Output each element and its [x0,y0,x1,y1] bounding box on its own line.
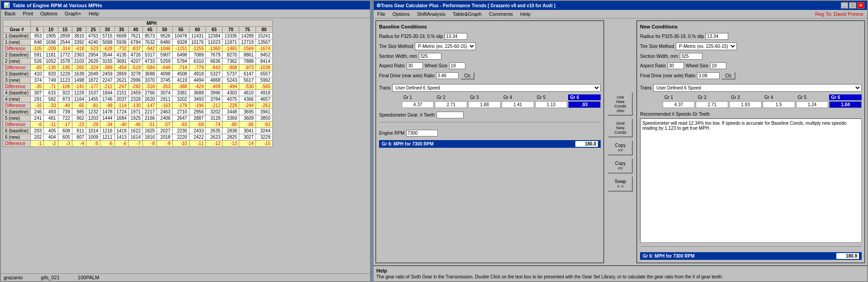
table-cell: 2766 [143,90,157,96]
table-cell: -732 [114,46,128,52]
gear-value-2[interactable]: 1.88 [468,101,501,108]
table-cell: 7621 [128,33,142,39]
new-speedo-label: Recommended # Speedo Gr Teeth [640,112,710,117]
menu-graph[interactable]: Graph+ [63,10,83,17]
baseline-tire-select[interactable]: P-Metric (ex. 225-60-15) [415,42,476,50]
gear-value-4[interactable]: 1.24 [796,101,829,108]
menu-comments[interactable]: Comments [487,11,515,17]
table-cell: 5259 [157,58,173,65]
omit-new-conds-button[interactable]: OmitNewConds [608,118,633,137]
new-drive-label: Final Drive (rear axle) Ratio [640,73,695,78]
table-cell: 2459 [100,71,114,77]
use-new-conds-button[interactable]: UseNewCondsAlso [608,92,633,116]
new-wheel-input[interactable] [710,62,726,69]
table-cell: 404 [44,134,58,141]
new-tire-label: Tire Size Method [640,44,674,49]
menu-help[interactable]: Help [87,10,101,17]
gear-value-1[interactable]: 2.71 [435,101,467,108]
table-cell: 3544 [100,52,114,58]
table-row: 3 (baseline)4108201229163920492459286932… [3,71,273,77]
mph-col-15: 15 [58,27,72,33]
table-cell: 8861 [239,52,256,58]
close-button[interactable]: ✕ [857,2,864,9]
baseline-trans-select[interactable]: User Defined 6 Speed [392,84,601,92]
row-label: 5 (new) [3,115,31,122]
mph-col-65: 65 [206,27,223,33]
gear-col-header-3: Gr 4 [502,94,534,100]
swap-button[interactable]: Swap< > [608,176,633,192]
gear-value-4[interactable]: 1.13 [535,101,568,108]
table-cell: 3695 [239,109,256,115]
new-drive-input[interactable] [697,72,720,79]
baseline-rpm-input[interactable] [406,130,438,136]
help-title: Help [376,268,864,273]
gear-value-3[interactable]: 1.5 [763,101,795,108]
menu-options[interactable]: Options [38,10,59,17]
baseline-speedo-input[interactable] [436,112,464,118]
row-label: Difference [3,141,31,147]
gear-value-3[interactable]: 1.41 [502,101,534,108]
table-cell: 2463 [157,109,173,115]
menu-print[interactable]: Print [21,10,35,17]
table-cell: 5737 [223,71,239,77]
table-cell: -35 [31,84,44,90]
table-cell: 3027 [239,134,256,141]
menu-options[interactable]: Options [391,11,412,17]
menu-back[interactable]: Back [3,10,17,17]
table-cell: -908 [223,65,239,71]
menu-help[interactable]: Help [518,11,532,17]
left-panel: 📊 Table of Engine RPM at Various MPHs Ba… [0,0,371,282]
baseline-tire-label: Tire Size Method [379,44,413,49]
table-cell: 2623 [206,134,223,141]
gear-value-0[interactable]: 4.37 [663,101,695,108]
table-row: Difference-16-33-49-65-81-98-114-130-147… [3,103,273,109]
gear-value-2[interactable]: 1.93 [729,101,762,108]
gear-value-0[interactable]: 4.37 [402,101,434,108]
mph-col-45: 45 [143,27,157,33]
baseline-section-input[interactable] [419,53,441,60]
new-tire-select[interactable]: P-Metric (ex. 225-60-15) [676,42,737,50]
table-cell: 5936 [114,39,128,46]
gear-value-5[interactable]: .93 [568,101,601,108]
gear-row-label [640,101,662,108]
baseline-drive-input[interactable] [436,72,459,79]
baseline-result-label: Gr 6: MPH for 7300 RPM [382,141,433,146]
table-cell: 4240 [86,39,100,46]
baseline-aspect-input[interactable] [407,62,423,69]
table-row: Difference-65-130-195-260-324-389-454-51… [3,65,273,71]
maximize-button[interactable]: □ [849,2,856,9]
baseline-radius-input[interactable] [445,33,467,40]
table-cell: -314 [58,46,72,52]
table-cell: -565 [256,84,272,90]
baseline-gear-grid: Gr 1Gr 2Gr 3Gr 4Gr 5Gr 64.372.711.881.41… [379,94,601,108]
new-section-input[interactable] [680,53,702,60]
gear-value-5[interactable]: 1.04 [829,101,862,108]
table-cell: -6 [31,122,44,128]
table-cell: 7888 [239,58,256,65]
new-gear-grid: Gr 1Gr 2Gr 3Gr 4Gr 5Gr 64.372.711.931.51… [640,94,862,108]
new-aspect-input[interactable] [668,62,684,69]
new-clc-button[interactable]: Clc [721,72,735,80]
minimize-button[interactable]: _ [841,2,848,9]
table-cell: 3784 [206,96,223,103]
table-row: 1 (new)848169625443392424050885936678476… [3,39,273,46]
table-cell: 1746 [100,96,114,103]
menu-table-graph[interactable]: Table&Graph [451,11,484,17]
table-cell: -114 [114,103,128,109]
copy-right-button[interactable]: Copy>> [608,140,633,155]
row-label: Difference [3,84,31,90]
table-cell: -14 [239,141,256,147]
baseline-wheel-input[interactable] [449,62,465,69]
menu-shift-analysis[interactable]: ShiftAnalysis [415,11,447,17]
baseline-clc-button[interactable]: Clc [460,72,474,80]
new-trans-select[interactable]: User Defined 6 Speed [653,84,862,92]
table-cell: 11023 [206,39,223,46]
gear-value-1[interactable]: 2.71 [696,101,728,108]
table-cell: 739 [58,109,72,115]
left-title-text: Table of Engine RPM at Various MPHs [13,3,102,8]
copy-left-button[interactable]: Copy<< [608,158,633,174]
new-radius-input[interactable] [706,33,728,40]
table-cell: -34 [100,122,114,128]
menu-file[interactable]: File [375,11,387,17]
table-cell: 807 [72,134,86,141]
